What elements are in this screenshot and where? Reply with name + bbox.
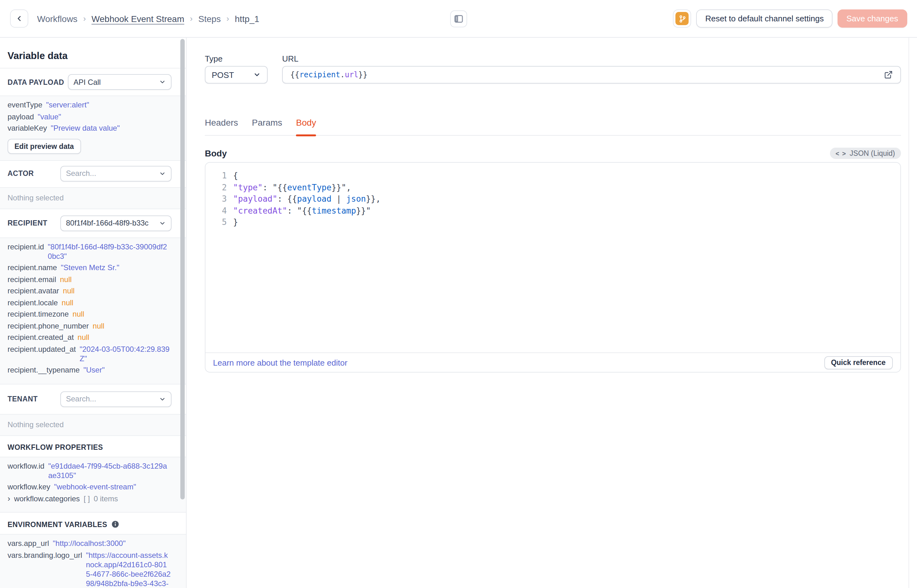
kv-row: recipient.id"80f1f4bf-166d-48f9-b33c-390… <box>8 242 171 261</box>
url-input[interactable]: {{recipient.url}} <box>282 66 901 84</box>
kv-key: recipient.locale <box>8 298 58 307</box>
kv-value: "e91ddae4-7f99-45cb-a688-3c129aae3105" <box>48 461 171 480</box>
tenant-search-input[interactable]: Search... <box>60 391 171 407</box>
data-payload-value: API Call <box>74 78 159 86</box>
request-editor-panel: Type POST URL {{recipient.url}} <box>187 38 917 588</box>
recipient-row: RECIPIENT 80f1f4bf-166d-48f9-b33c <box>0 209 186 238</box>
external-link-icon[interactable] <box>884 70 893 79</box>
workflow-properties-title: WORKFLOW PROPERTIES <box>8 443 103 451</box>
sidebar-title: Variable data <box>0 38 186 68</box>
back-button[interactable] <box>10 10 28 27</box>
caret-right-icon: › <box>8 494 10 503</box>
sidebar-toggle-button[interactable] <box>450 10 467 27</box>
kv-value: "http://localhost:3000" <box>53 539 171 548</box>
code-icon: < > <box>836 150 847 157</box>
kv-key: vars.app_url <box>8 539 49 548</box>
kv-value: null <box>93 321 104 331</box>
tab-body[interactable]: Body <box>296 118 316 135</box>
page-scrollbar-track[interactable] <box>908 38 909 588</box>
reset-channel-settings-button[interactable]: Reset to default channel settings <box>696 10 833 27</box>
workflow-properties-section: workflow.id"e91ddae4-7f99-45cb-a688-3c12… <box>0 457 186 513</box>
breadcrumb-item-webhook-event-stream[interactable]: Webhook Event Stream <box>91 13 184 24</box>
kv-key: recipient.updated_at <box>8 344 76 354</box>
kv-empty-array: [ ] <box>84 494 90 504</box>
breadcrumb-item-workflows[interactable]: Workflows <box>37 13 77 24</box>
kv-key: eventType <box>8 100 42 110</box>
kv-key: payload <box>8 112 34 121</box>
kv-row: eventType"server:alert" <box>8 100 171 110</box>
breadcrumb-item-http-1: http_1 <box>235 13 260 24</box>
kv-key: recipient.email <box>8 275 56 284</box>
breadcrumb-item-steps[interactable]: Steps <box>198 13 221 24</box>
url-label: URL <box>282 54 901 64</box>
code-line: 2"type": "{{eventType}}", <box>214 182 900 194</box>
kv-row: recipient.__typename"User" <box>8 366 171 375</box>
kv-key: recipient.avatar <box>8 286 59 296</box>
variable-data-sidebar: Variable data DATA PAYLOAD API Call even… <box>0 38 187 588</box>
top-bar: Workflows›Webhook Event Stream›Steps›htt… <box>0 0 917 38</box>
kv-key: recipient.created_at <box>8 333 74 342</box>
code-editor[interactable]: 1{2"type": "{{eventType}}",3"payload": {… <box>205 163 900 352</box>
kv-row[interactable]: ›workflow.categories[ ]0 items <box>8 494 171 504</box>
tenant-placeholder: Search... <box>66 394 159 403</box>
edit-preview-data-button[interactable]: Edit preview data <box>8 139 81 153</box>
kv-row: recipient.updated_at"2024-03-05T00:42:29… <box>8 344 171 363</box>
data-payload-label: DATA PAYLOAD <box>8 78 68 86</box>
kv-key: recipient.name <box>8 263 57 273</box>
tab-params[interactable]: Params <box>252 118 282 135</box>
info-icon[interactable] <box>111 520 119 528</box>
code-text: } <box>233 217 238 229</box>
code-text: "type": "{{eventType}}", <box>233 182 351 194</box>
panel-left-icon <box>454 14 463 23</box>
quick-reference-button[interactable]: Quick reference <box>824 356 893 369</box>
method-select[interactable]: POST <box>205 66 268 84</box>
actor-label: ACTOR <box>8 170 60 177</box>
kv-row: recipient.localenull <box>8 298 171 307</box>
commit-branch-button[interactable] <box>673 10 691 27</box>
save-changes-button[interactable]: Save changes <box>838 10 907 27</box>
recipient-select[interactable]: 80f1f4bf-166d-48f9-b33c <box>60 215 171 231</box>
breadcrumb-separator: › <box>190 14 193 23</box>
git-branch-icon <box>676 12 689 25</box>
kv-key: recipient.phone_number <box>8 321 89 331</box>
body-editor-card: 1{2"type": "{{eventType}}",3"payload": {… <box>205 162 901 373</box>
tab-headers[interactable]: Headers <box>205 118 238 135</box>
kv-value: "https://account-assets.knock.app/42d161… <box>86 551 171 588</box>
sidebar-scrollbar[interactable] <box>180 39 184 499</box>
kv-value: null <box>60 275 72 284</box>
body-section-label: Body <box>205 148 227 158</box>
kv-value: null <box>73 310 84 319</box>
actor-search-input[interactable]: Search... <box>60 166 171 181</box>
data-payload-row: DATA PAYLOAD API Call <box>0 68 186 96</box>
breadcrumb: Workflows›Webhook Event Stream›Steps›htt… <box>37 13 259 24</box>
line-number: 5 <box>214 217 227 229</box>
kv-key: variableKey <box>8 124 47 133</box>
kv-row: recipient.emailnull <box>8 275 171 284</box>
kv-key: recipient.id <box>8 242 44 252</box>
line-number: 1 <box>214 170 227 182</box>
recipient-label: RECIPIENT <box>8 219 60 227</box>
kv-value: "value" <box>38 112 171 121</box>
tenant-row: TENANT Search... <box>0 384 186 414</box>
environment-variables-section: vars.app_url"http://localhost:3000"vars.… <box>0 535 186 588</box>
kv-row: vars.app_url"http://localhost:3000" <box>8 539 171 548</box>
recipient-selected-value: 80f1f4bf-166d-48f9-b33c <box>66 219 159 228</box>
chevron-down-icon <box>159 396 166 402</box>
chevron-down-icon <box>253 71 261 79</box>
kv-key: vars.branding.logo_url <box>8 551 82 560</box>
code-line: 5} <box>214 217 900 229</box>
kv-value: "Preview data value" <box>50 124 171 133</box>
language-badge-label: JSON (Liquid) <box>850 150 895 157</box>
environment-variables-title: ENVIRONMENT VARIABLES <box>8 520 107 528</box>
data-payload-select[interactable]: API Call <box>68 74 171 90</box>
kv-row: payload"value" <box>8 112 171 121</box>
actor-placeholder: Search... <box>66 169 159 178</box>
kv-row: recipient.phone_numbernull <box>8 321 171 331</box>
template-editor-docs-link[interactable]: Learn more about the template editor <box>213 358 347 367</box>
kv-key: recipient.timezone <box>8 310 69 319</box>
top-bar-actions: Reset to default channel settings Save c… <box>673 10 907 27</box>
code-line: 4"createdAt": "{{timestamp}}" <box>214 205 900 217</box>
kv-key: workflow.categories <box>14 494 80 504</box>
chevron-down-icon <box>159 79 166 86</box>
kv-key: recipient.__typename <box>8 366 80 375</box>
